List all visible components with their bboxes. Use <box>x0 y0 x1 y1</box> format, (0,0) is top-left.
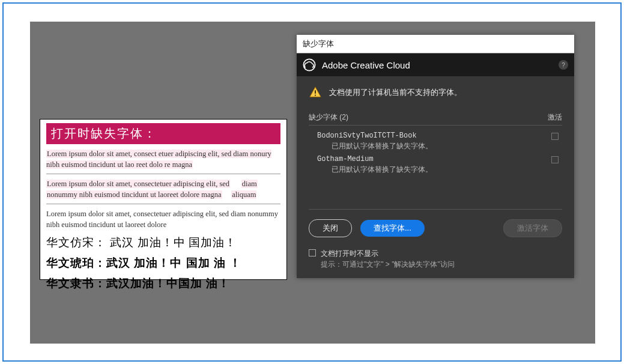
doc-paragraph-2: Lorem ipsum dolor sit amet, consectetuer… <box>46 179 280 200</box>
activate-checkbox[interactable] <box>551 133 559 140</box>
button-row: 关闭 查找字体... 激活字体 <box>309 219 562 237</box>
font-list: BodoniSvtyTwoITCTT-Book 已用默认字体替换了缺失字体。 G… <box>309 125 562 197</box>
missing-fonts-label: 缺少字体 (2) <box>309 112 348 123</box>
dont-show-checkbox[interactable] <box>309 249 316 256</box>
dialog-body: 文档使用了计算机当前不支持的字体。 缺少字体 (2) 激活 BodoniSvty… <box>297 76 574 278</box>
warning-icon <box>309 86 322 99</box>
doc-paragraph-1: Lorem ipsum dolor sit amet, consect etue… <box>46 149 280 170</box>
warning-row: 文档使用了计算机当前不支持的字体。 <box>309 86 562 99</box>
font-name: Gotham-Medium <box>317 155 562 163</box>
cjk-line-3: 华文隶书：武汉加油！中国加 油！ <box>46 276 280 291</box>
activate-fonts-button[interactable]: 激活字体 <box>503 219 562 237</box>
doc-title: 打开时缺失字体： <box>46 123 280 144</box>
svg-rect-2 <box>315 95 316 96</box>
font-item[interactable]: Gotham-Medium 已用默认字体替换了缺失字体。 <box>309 153 562 176</box>
help-icon[interactable]: ? <box>559 60 568 70</box>
activate-checkbox[interactable] <box>551 156 559 163</box>
cjk-line-1: 华文仿宋： 武汉 加油！中 国加油！ <box>46 235 280 250</box>
svg-rect-1 <box>315 90 316 94</box>
find-fonts-button[interactable]: 查找字体... <box>360 220 425 237</box>
dont-show-label: 文档打开时不显示 <box>321 248 455 259</box>
workspace: 打开时缺失字体： Lorem ipsum dolor sit amet, con… <box>30 22 595 344</box>
dialog-header: Adobe Creative Cloud ? <box>297 53 574 76</box>
activate-column-label: 激活 <box>548 112 562 123</box>
font-list-header: 缺少字体 (2) 激活 <box>309 112 562 125</box>
document-preview: 打开时缺失字体： Lorem ipsum dolor sit amet, con… <box>40 119 287 280</box>
creative-cloud-icon <box>303 58 316 71</box>
font-name: BodoniSvtyTwoITCTT-Book <box>317 132 562 140</box>
cjk-line-2: 华文琥珀：武汉 加油！中 国加 油 ！ <box>46 255 280 271</box>
missing-fonts-dialog: 缺少字体 Adobe Creative Cloud ? 文档使用了计算机当前不支… <box>297 35 574 278</box>
dialog-header-title: Adobe Creative Cloud <box>322 60 410 70</box>
dont-show-row: 文档打开时不显示 提示：可通过"文字" > "解决缺失字体"访问 <box>309 248 562 270</box>
warning-text: 文档使用了计算机当前不支持的字体。 <box>329 86 462 98</box>
font-status: 已用默认字体替换了缺失字体。 <box>317 140 562 151</box>
font-status: 已用默认字体替换了缺失字体。 <box>317 163 562 175</box>
hint-text: 提示：可通过"文字" > "解决缺失字体"访问 <box>321 259 455 270</box>
font-item[interactable]: BodoniSvtyTwoITCTT-Book 已用默认字体替换了缺失字体。 <box>309 129 562 153</box>
doc-paragraph-3: Lorem ipsum dolor sit amet, consectetuer… <box>46 209 280 230</box>
close-button[interactable]: 关闭 <box>309 219 352 237</box>
dialog-titlebar[interactable]: 缺少字体 <box>297 35 574 53</box>
